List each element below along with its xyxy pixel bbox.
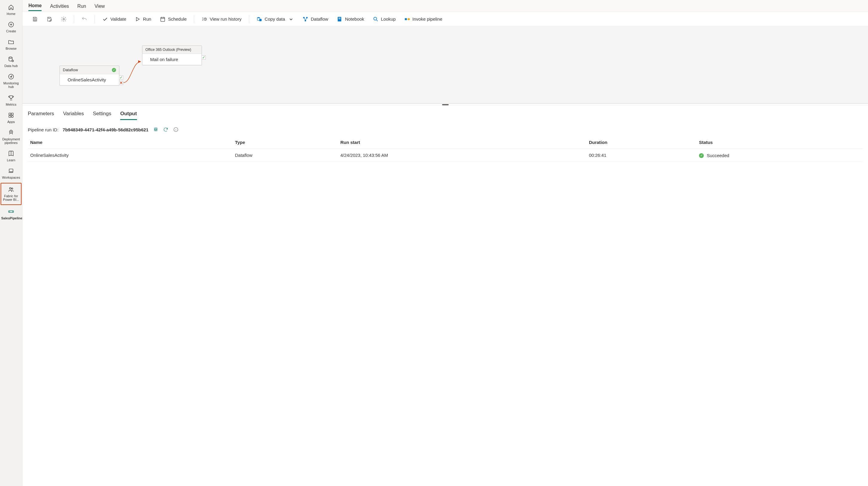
output-table: NameTypeRun startDurationStatus OnlineSa… xyxy=(28,136,863,162)
book-icon xyxy=(1,150,21,157)
cell-name: OnlineSalesActivity xyxy=(28,149,232,162)
nav-item-create[interactable]: Create xyxy=(1,19,22,36)
notebook-button[interactable]: Notebook xyxy=(334,14,367,24)
nav-label: Apps xyxy=(1,120,21,124)
history-list-icon xyxy=(201,16,207,22)
status-success-icon: ✓ xyxy=(112,68,116,72)
svg-point-2 xyxy=(12,60,14,62)
settings-gear-button[interactable] xyxy=(58,14,70,24)
copy-run-id-button[interactable]: @ xyxy=(153,127,158,132)
panel-tab-settings[interactable]: Settings xyxy=(93,110,111,120)
check-icon: ✓ xyxy=(202,55,205,60)
view-run-history-label: View run history xyxy=(210,17,241,22)
nav-item-deployment-pipelines[interactable]: Deployment pipelines xyxy=(1,127,22,148)
nav-label: Home xyxy=(1,12,21,16)
nav-label: Fabric for Power BI... xyxy=(2,194,20,202)
panel-tab-variables[interactable]: Variables xyxy=(63,110,84,120)
nav-item-learn[interactable]: Learn xyxy=(1,148,22,165)
stacks-icon xyxy=(1,167,21,175)
nav-item-apps[interactable]: Apps xyxy=(1,109,22,127)
check-icon xyxy=(102,16,108,22)
nav-item-home[interactable]: Home xyxy=(1,1,22,19)
svg-point-27 xyxy=(408,18,410,20)
status-success-icon: ✓ xyxy=(699,153,704,158)
node-header: Office 365 Outlook (Preview) xyxy=(145,48,191,52)
nav-item-metrics[interactable]: Metrics xyxy=(1,92,22,109)
panel-splitter[interactable] xyxy=(23,103,868,105)
nav-label: Deployment pipelines xyxy=(1,138,21,145)
svg-rect-9 xyxy=(9,169,13,172)
svg-point-8 xyxy=(11,131,12,132)
svg-text:@: @ xyxy=(155,129,157,130)
col-name: Name xyxy=(28,136,232,149)
dataflow-button[interactable]: Dataflow xyxy=(300,14,331,24)
svg-point-21 xyxy=(305,20,306,21)
cell-type: Dataflow xyxy=(232,149,338,162)
nav-label: Metrics xyxy=(1,103,21,106)
run-id-row: Pipeline run ID: 7b948349-4471-42f4-a49b… xyxy=(28,127,863,132)
svg-point-7 xyxy=(11,116,13,117)
table-row[interactable]: OnlineSalesActivityDataflow4/24/2023, 10… xyxy=(28,149,863,162)
home-icon xyxy=(1,4,21,11)
output-port-failure[interactable]: ✕ xyxy=(119,81,123,85)
tab-view[interactable]: View xyxy=(95,1,105,11)
svg-rect-5 xyxy=(11,113,13,115)
svg-point-17 xyxy=(257,17,259,18)
copy-data-button[interactable]: Copy data xyxy=(253,14,297,24)
invoke-pipeline-button[interactable]: Invoke pipeline xyxy=(401,14,445,24)
lookup-button[interactable]: Lookup xyxy=(370,14,399,24)
activity-node-outlook[interactable]: Office 365 Outlook (Preview) Mail on fai… xyxy=(142,45,202,65)
nav-item-salespipeline[interactable]: SalesPipeline xyxy=(1,206,22,223)
trophy-icon xyxy=(1,94,21,101)
activity-node-dataflow[interactable]: Dataflow ✓ OnlineSalesActivity ✓ ✕ xyxy=(60,65,119,86)
info-button[interactable] xyxy=(173,127,179,132)
validate-button[interactable]: Validate xyxy=(99,14,129,24)
schedule-button[interactable]: Schedule xyxy=(157,14,190,24)
search-icon xyxy=(373,16,379,22)
notebook-icon xyxy=(337,16,342,22)
panel-tab-parameters[interactable]: Parameters xyxy=(28,110,54,120)
svg-point-25 xyxy=(374,17,377,20)
save-as-button[interactable] xyxy=(43,14,55,24)
nav-item-data-hub[interactable]: Data hub xyxy=(1,53,22,71)
output-port-success[interactable]: ✓ xyxy=(119,75,123,80)
save-button[interactable] xyxy=(29,14,41,24)
dataflow-label: Dataflow xyxy=(311,17,328,22)
col-type: Type xyxy=(232,136,338,149)
nav-item-fabric-for-power-bi-[interactable]: Fabric for Power BI... xyxy=(1,183,22,205)
connector-failure xyxy=(124,59,145,86)
nav-item-browse[interactable]: Browse xyxy=(1,36,22,53)
svg-rect-6 xyxy=(9,116,11,117)
view-run-history-button[interactable]: View run history xyxy=(198,14,244,24)
svg-rect-4 xyxy=(9,113,11,115)
run-button[interactable]: Run xyxy=(132,14,154,24)
copy-data-icon xyxy=(256,16,262,22)
copy-data-label: Copy data xyxy=(265,17,285,22)
panel-tab-output[interactable]: Output xyxy=(120,110,137,120)
nav-label: Data hub xyxy=(1,64,21,68)
refresh-button[interactable] xyxy=(163,127,169,132)
node-header: Dataflow xyxy=(63,68,78,72)
tab-home[interactable]: Home xyxy=(28,1,41,11)
chevron-down-icon xyxy=(288,16,294,22)
nav-item-workspaces[interactable]: Workspaces xyxy=(1,165,22,182)
undo-button[interactable] xyxy=(79,14,90,24)
svg-rect-13 xyxy=(34,19,36,20)
tab-activities[interactable]: Activities xyxy=(50,1,69,11)
col-run-start: Run start xyxy=(338,136,587,149)
col-duration: Duration xyxy=(587,136,696,149)
pipeline-canvas[interactable]: Dataflow ✓ OnlineSalesActivity ✓ ✕ Offic… xyxy=(23,26,868,103)
nav-item-monitoring-hub[interactable]: Monitoring hub xyxy=(1,71,22,92)
nav-label: Learn xyxy=(1,158,21,162)
cell-status: ✓Succeeded xyxy=(696,149,863,162)
nav-label: Workspaces xyxy=(1,176,21,179)
tab-run[interactable]: Run xyxy=(78,1,86,11)
check-icon: ✓ xyxy=(120,75,123,80)
nav-label: SalesPipeline xyxy=(1,216,21,220)
people-icon xyxy=(2,186,20,193)
node-title: OnlineSalesActivity xyxy=(68,77,106,82)
top-tabs: HomeActivitiesRunView xyxy=(23,0,868,12)
output-port-success[interactable]: ✓ xyxy=(202,55,206,60)
invoke-pipeline-label: Invoke pipeline xyxy=(412,17,442,22)
play-icon xyxy=(134,16,141,22)
